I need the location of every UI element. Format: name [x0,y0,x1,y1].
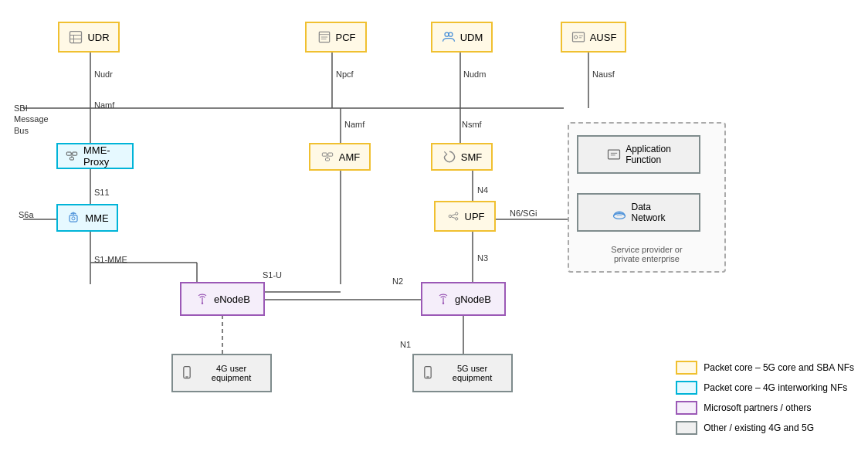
ue4g-label: 4G user equipment [198,364,264,382]
nudm-label: Nudm [463,70,486,79]
svg-point-44 [72,217,75,220]
upf-node: UPF [434,201,496,232]
svg-point-50 [449,215,451,217]
udm-label: UDM [460,32,483,43]
enodeb-label: eNodeB [214,293,250,305]
s1mme-label: S1-MME [94,255,127,264]
smf-node: SMF [431,143,493,171]
mme-icon [66,210,81,226]
udr-label: UDR [87,32,109,43]
n4-label: N4 [477,185,488,195]
smf-label: SMF [461,151,482,163]
udr-node: UDR [58,22,120,53]
legend: Packet core – 5G core and SBA NFs Packet… [676,361,854,435]
legend-label-gray: Other / existing 4G and 5G [704,422,814,433]
legend-item-purple: Microsoft partners / others [676,401,854,415]
svg-point-52 [455,218,457,220]
ue4g-node: 4G user equipment [171,354,272,392]
nsmf-label: Nsmf [462,120,482,129]
svg-rect-39 [73,152,77,155]
namf1-label: Namf [94,100,114,110]
mme-proxy-icon [64,148,80,164]
legend-box-purple [676,401,697,415]
enodeb-icon [195,291,210,307]
svg-point-35 [574,36,577,39]
af-node: ApplicationFunction [577,135,700,174]
dn-icon [612,205,627,220]
mme-node: MME [56,204,118,232]
svg-point-33 [449,32,453,36]
amf-label: AMF [339,151,360,163]
dn-label: DataNetwork [631,202,665,223]
amf-icon [320,149,335,165]
ausf-label: AUSF [590,32,617,43]
dn-node: DataNetwork [577,193,700,232]
gnodeb-label: gNodeB [455,293,491,305]
svg-rect-49 [325,158,329,161]
upf-icon [446,209,461,224]
svg-rect-46 [328,153,333,156]
svg-point-58 [614,214,626,219]
svg-point-59 [202,303,204,305]
af-icon [606,147,622,162]
gnodeb-node: gNodeB [421,282,506,316]
svg-line-53 [451,215,455,216]
sbi-label: SBI Message Bus [14,103,60,136]
legend-label-cyan: Packet core – 4G interworking NFs [704,382,847,393]
amf-node: AMF [309,143,371,171]
pcf-icon [317,29,332,45]
svg-rect-55 [609,150,620,159]
udm-node: UDM [431,22,493,53]
legend-box-cyan [676,381,697,395]
s1u-label: S1-U [263,270,282,280]
svg-rect-45 [322,153,327,156]
ausf-icon [571,29,586,45]
n3-label: N3 [477,253,488,263]
s6a-label: S6a [19,210,34,219]
gnodeb-icon [436,291,451,307]
legend-item-cyan: Packet core – 4G interworking NFs [676,381,854,395]
ue5g-icon [420,365,436,381]
namf2-label: Namf [344,120,364,129]
npcf-label: Npcf [336,70,354,79]
ausf-node: AUSF [561,22,626,53]
legend-box-yellow [676,361,697,375]
legend-item-yellow: Packet core – 5G core and SBA NFs [676,361,854,375]
legend-box-gray [676,421,697,435]
mme-proxy-node: MME-Proxy [56,143,134,169]
svg-rect-24 [70,32,82,43]
service-provider-label: Service provider orprivate enterprise [569,245,724,263]
svg-rect-42 [70,158,74,160]
svg-rect-43 [70,215,77,222]
udr-icon [68,29,83,45]
service-provider-box: ApplicationFunction DataNetwork Service … [568,122,726,273]
mme-label: MME [85,212,108,224]
ue4g-icon [179,365,195,381]
diagram-container: UDR PCF UDM AUSF [0,0,868,458]
pcf-label: PCF [336,32,356,43]
nausf-label: Nausf [592,70,615,79]
udm-icon [441,29,456,45]
enodeb-node: eNodeB [180,282,265,316]
legend-label-purple: Microsoft partners / others [704,402,811,413]
svg-point-51 [455,212,457,215]
ue5g-node: 5G user equipment [412,354,513,392]
svg-point-60 [442,303,445,305]
s11-label: S11 [94,188,110,197]
n1-label: N1 [400,340,411,349]
n2-label: N2 [392,276,403,286]
ue5g-label: 5G user equipment [439,364,505,382]
legend-item-gray: Other / existing 4G and 5G [676,421,854,435]
smf-icon [442,149,457,165]
svg-rect-38 [66,152,71,155]
upf-label: UPF [465,211,485,222]
n6sgi-label: N6/SGi [510,209,537,218]
af-label: ApplicationFunction [626,144,671,165]
pcf-node: PCF [305,22,367,53]
nudr-label: Nudr [94,70,113,79]
svg-line-54 [451,217,455,219]
legend-label-yellow: Packet core – 5G core and SBA NFs [704,362,854,373]
svg-point-32 [445,32,449,36]
mme-proxy-label: MME-Proxy [83,144,126,168]
